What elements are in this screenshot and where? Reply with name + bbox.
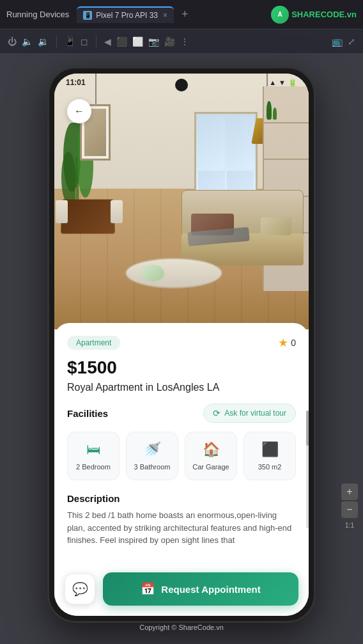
sharecode-logo: A SHARECODE.vn: [271, 6, 357, 24]
request-appointment-button[interactable]: 📅 Request Appointment: [103, 572, 298, 606]
garage-label: Car Garage: [192, 463, 229, 471]
logo-text: SHARECODE.vn: [291, 10, 357, 19]
tab-icon: 📱: [83, 11, 92, 20]
status-time: 11:01: [66, 78, 86, 87]
star-count: 0: [291, 338, 296, 348]
facilities-row: Facilities ⟳ Ask for virtual tour: [67, 404, 296, 423]
star-icon: ★: [278, 336, 288, 350]
scroll-thumb: [306, 411, 309, 446]
camera-notch: [175, 79, 188, 91]
home-icon[interactable]: ⬛: [116, 36, 127, 47]
description-text: This 2 bed /1 bath home boasts an enormo…: [67, 509, 296, 547]
battery-icon: 🔋: [288, 79, 297, 87]
coffee-table: [125, 258, 222, 288]
logo-circle: A: [271, 6, 289, 24]
facility-card-garage: 🏠 Car Garage: [185, 432, 237, 480]
device-tab[interactable]: 📱 Pixel 7 Pro API 33 ×: [77, 6, 174, 23]
zoom-in-button[interactable]: +: [341, 483, 358, 500]
request-label: Request Appointment: [161, 584, 260, 595]
top-bar: Running Devices 📱 Pixel 7 Pro API 33 × +…: [0, 0, 363, 29]
phone-screen: 11:01 ▲ ▼ 🔋: [54, 74, 309, 616]
facility-cards: 🛏 2 Bedroom 🚿 3 Bathroom 🏠 Car Garage ⬛ …: [67, 432, 296, 480]
zoom-out-button[interactable]: −: [341, 501, 358, 518]
screenshot-icon[interactable]: 📷: [148, 36, 159, 47]
virtual-tour-label: Ask for virtual tour: [224, 409, 286, 418]
facility-card-area: ⬛ 350 m2: [243, 432, 296, 480]
rotate-icon[interactable]: ◻: [81, 36, 88, 47]
volume-mute-icon[interactable]: 🔈: [22, 36, 33, 47]
running-devices-label: Running Devices: [6, 10, 69, 19]
badge-row: Apartment ★ 0: [67, 336, 296, 350]
area-label: 350 m2: [258, 463, 282, 471]
room-scene: [54, 74, 309, 329]
back-button[interactable]: ←: [67, 99, 91, 123]
recents-icon[interactable]: ⬜: [132, 36, 143, 47]
signal-icon: ▲: [269, 79, 276, 86]
dining-area: [54, 168, 130, 245]
description-label: Description: [67, 493, 296, 504]
logo-vn: .vn: [344, 10, 357, 19]
logo-share: SHARE: [291, 10, 321, 19]
price-label: $1500: [67, 357, 296, 378]
back-arrow-icon: ←: [74, 106, 84, 117]
volume-down-icon[interactable]: 🔉: [38, 36, 49, 47]
bathroom-label: 3 Bathroom: [134, 463, 171, 471]
apartment-badge: Apartment: [67, 336, 120, 350]
chat-icon: 💬: [72, 581, 88, 597]
back-nav-icon[interactable]: ◀: [104, 36, 111, 47]
bathroom-icon: 🚿: [144, 441, 161, 458]
chat-button[interactable]: 💬: [65, 574, 95, 604]
sofa: [182, 194, 304, 265]
tab-label: Pixel 7 Pro API 33: [96, 11, 158, 20]
apartment-image: ←: [54, 74, 309, 329]
bottom-action-bar: 💬 📅 Request Appointment: [65, 572, 298, 606]
facilities-label: Facilities: [67, 408, 108, 419]
window-pane-2: [227, 116, 254, 169]
area-icon: ⬛: [261, 441, 279, 458]
cast-icon[interactable]: 📺: [332, 36, 343, 47]
side-controls: + − 1:1: [341, 483, 358, 529]
tab-close-button[interactable]: ×: [163, 11, 167, 20]
main-area: 11:01 ▲ ▼ 🔋: [0, 54, 363, 644]
camera-icon[interactable]: 🎥: [164, 36, 175, 47]
zoom-ratio: 1:1: [341, 522, 358, 529]
virtual-tour-icon: ⟳: [213, 408, 220, 418]
logo-area: A SHARECODE.vn: [271, 6, 357, 24]
device-frame-icon[interactable]: 📱: [65, 36, 75, 47]
facility-card-bathroom: 🚿 3 Bathroom: [126, 432, 178, 480]
calendar-icon: 📅: [141, 582, 155, 596]
bedroom-label: 2 Bedroom: [76, 463, 111, 471]
toolbar-right: 📺 ⤢: [332, 36, 355, 47]
wifi-icon: ▼: [279, 79, 286, 86]
separator2: [96, 35, 97, 48]
status-icons: ▲ ▼ 🔋: [269, 79, 297, 87]
phone-frame: 11:01 ▲ ▼ 🔋: [47, 67, 316, 623]
bedroom-icon: 🛏: [86, 441, 100, 458]
add-tab-button[interactable]: +: [182, 8, 189, 21]
virtual-tour-button[interactable]: ⟳ Ask for virtual tour: [203, 404, 296, 423]
garage-icon: 🏠: [203, 441, 220, 458]
more-icon[interactable]: ⋮: [180, 36, 189, 47]
window-pane-1: [198, 116, 225, 169]
device-toolbar: ⏻ 🔈 🔉 📱 ◻ ◀ ⬛ ⬜ 📷 🎥 ⋮ 📺 ⤢: [0, 29, 363, 54]
star-row: ★ 0: [278, 336, 296, 350]
power-icon[interactable]: ⏻: [8, 36, 17, 47]
separator: [56, 35, 57, 48]
scroll-indicator: [306, 411, 309, 528]
copyright-text: Copyright © ShareCode.vn: [0, 624, 363, 631]
apartment-title: Royal Apartment in LosAngles LA: [67, 382, 296, 393]
logo-code: CODE: [321, 10, 345, 19]
expand-icon[interactable]: ⤢: [348, 36, 355, 47]
facility-card-bedroom: 🛏 2 Bedroom: [67, 432, 120, 480]
